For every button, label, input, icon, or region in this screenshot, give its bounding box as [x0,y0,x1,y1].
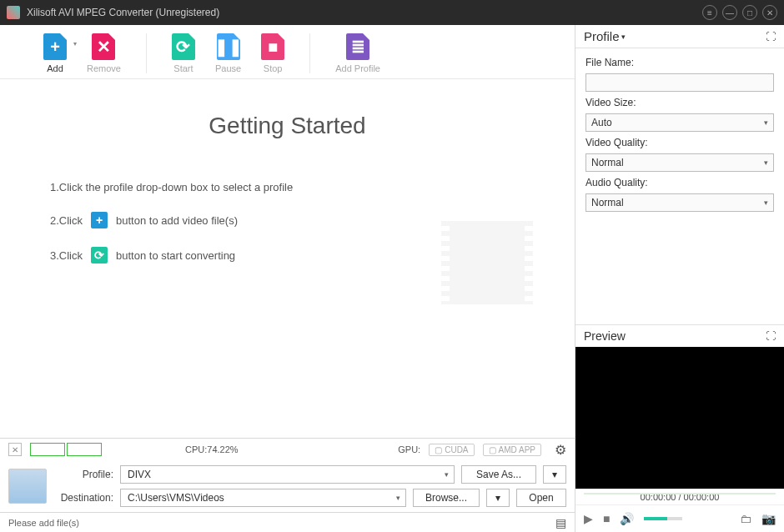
audio-quality-select[interactable]: Normal▾ [585,193,774,212]
preview-panel: Preview ⛶ 00:00:00 / 00:00:00 ▶ ■ 🔊 🗀 📷 [575,324,784,532]
profile-value: DIVX [128,469,151,480]
video-size-select[interactable]: Auto▾ [585,113,774,132]
step-1: 1.Click the profile drop-down box to sel… [50,181,525,193]
filename-field[interactable] [585,73,774,92]
bottom-panel: ✕ CPU:74.22% GPU: ▢ CUDA ▢ AMD APP ⚙ Pro… [0,438,575,532]
main-toolbar: + ▾ Add ✕ Remove ⟳ Start ❚❚ Pause [0,25,575,79]
screenshot-folder-icon[interactable]: 🗀 [740,512,751,525]
start-label: Start [173,63,193,73]
gpu-label: GPU: [398,444,420,454]
stop-button[interactable]: ■ Stop [251,33,294,73]
list-view-icon[interactable]: ▤ [555,516,566,529]
add-profile-button[interactable]: ≣ Add Profile [325,33,390,73]
profile-select[interactable]: DIVX ▾ [120,465,455,484]
amd-chip[interactable]: ▢ AMD APP [483,444,541,456]
volume-slider[interactable] [644,517,681,520]
chevron-down-icon: ▾ [621,33,626,41]
preview-video [575,347,784,489]
cpu-value: 74.22% [207,444,238,454]
title-bar: Xilisoft AVI MPEG Converter (Unregistere… [0,0,784,25]
getting-started-heading: Getting Started [50,113,525,139]
expand-icon[interactable]: ⛶ [766,330,776,342]
add-profile-label: Add Profile [335,63,380,73]
cpu-label: CPU: [185,444,207,454]
expand-icon[interactable]: ⛶ [766,31,776,43]
profile-label: Profile: [55,469,113,480]
refresh-icon: ⟳ [91,247,108,263]
save-as-dropdown[interactable]: ▾ [543,465,566,484]
audio-quality-label: Audio Quality: [585,177,774,188]
step-3-suffix: button to start converting [116,249,235,262]
video-quality-label: Video Quality: [585,137,774,148]
stop-playback-icon[interactable]: ■ [603,512,610,525]
destination-value: C:\Users\VMS\Videos [128,492,224,504]
profile-panel-header[interactable]: Profile ▾ ⛶ [575,25,784,48]
remove-button[interactable]: ✕ Remove [77,33,131,73]
plus-icon: + [91,212,108,228]
video-quality-select[interactable]: Normal▾ [585,153,774,172]
play-icon[interactable]: ▶ [584,512,593,525]
progress-indicator [30,443,102,456]
remove-label: Remove [87,63,121,73]
playback-controls: ▶ ■ 🔊 🗀 📷 [575,505,784,532]
save-as-button[interactable]: Save As... [461,465,536,484]
browse-dropdown[interactable]: ▾ [486,489,510,507]
pause-label: Pause [215,63,241,73]
right-panel: Profile ▾ ⛶ File Name: Video Size: Auto▾… [575,25,784,532]
filename-label: File Name: [585,57,774,68]
step-2-suffix: button to add video file(s) [116,214,238,227]
cuda-chip[interactable]: ▢ CUDA [429,444,474,456]
step-1-text: 1.Click the profile drop-down box to sel… [50,181,293,193]
start-button[interactable]: ⟳ Start [162,33,205,73]
open-button[interactable]: Open [516,489,566,507]
clear-list-button[interactable]: ✕ [8,443,22,456]
volume-icon[interactable]: 🔊 [620,512,634,525]
status-bar: Please add file(s) ▤ [0,512,575,532]
window-title: Xilisoft AVI MPEG Converter (Unregistere… [27,7,702,18]
add-button[interactable]: + ▾ Add [33,33,77,73]
plus-icon: + [43,33,67,60]
snapshot-icon[interactable]: 📷 [761,512,776,525]
theme-button[interactable]: ≡ [702,5,717,20]
stop-icon: ■ [261,33,284,60]
minimize-button[interactable]: — [722,5,737,20]
profile-icon: ≣ [346,33,369,60]
browse-button[interactable]: Browse... [413,489,480,507]
pause-icon: ❚❚ [217,33,240,60]
time-text: 00:00:00 / 00:00:00 [641,492,720,502]
destination-label: Destination: [55,492,113,504]
status-message: Please add file(s) [8,518,79,528]
video-size-label: Video Size: [585,97,774,108]
output-thumbnail [8,469,47,504]
gear-icon[interactable]: ⚙ [555,442,566,458]
time-display: 00:00:00 / 00:00:00 [575,489,784,505]
app-icon [7,6,20,19]
step-3-prefix: 3.Click [50,249,83,262]
filmstrip-graphic [450,221,525,304]
refresh-icon: ⟳ [172,33,195,60]
chevron-down-icon: ▾ [445,470,449,479]
destination-select[interactable]: C:\Users\VMS\Videos ▾ [120,489,406,507]
preview-header: Preview ⛶ [575,325,784,347]
chevron-down-icon: ▾ [396,494,400,502]
getting-started-area: Getting Started 1.Click the profile drop… [0,79,575,438]
maximize-button[interactable]: □ [742,5,757,20]
pause-button[interactable]: ❚❚ Pause [205,33,251,73]
step-2-prefix: 2.Click [50,214,83,227]
stop-label: Stop [264,63,283,73]
profile-header-label: Profile [584,29,620,43]
add-label: Add [47,63,63,73]
x-icon: ✕ [92,33,115,60]
close-button[interactable]: ✕ [762,5,777,20]
preview-header-label: Preview [584,329,626,343]
